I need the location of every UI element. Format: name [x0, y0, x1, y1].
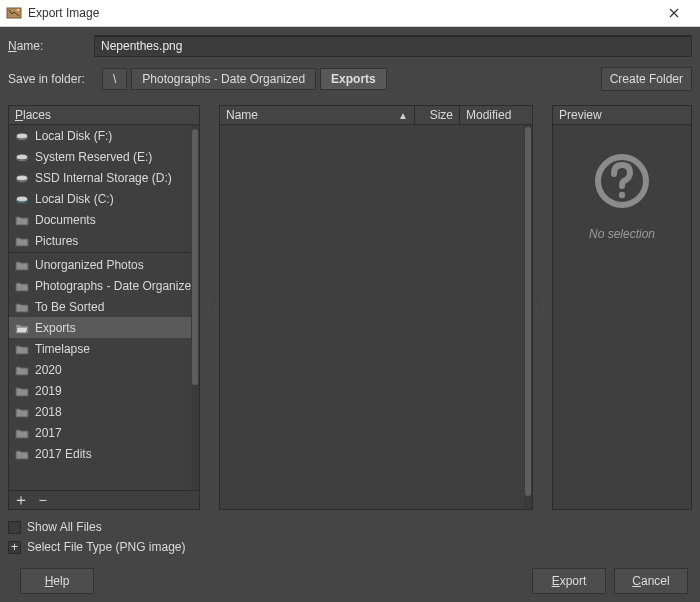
export-image-dialog: Export Image Name: Save in folder: \ Pho… — [0, 0, 700, 602]
breadcrumb: \ Photographs - Date Organized Exports — [102, 68, 387, 90]
breadcrumb-segment-current[interactable]: Exports — [320, 68, 387, 90]
dialog-body: Name: Save in folder: \ Photographs - Da… — [0, 27, 700, 602]
places-footer: ＋ － — [9, 490, 199, 509]
name-label: Name: — [8, 39, 94, 53]
places-item-label: System Reserved (E:) — [35, 150, 152, 164]
places-item[interactable]: 2017 Edits — [9, 443, 191, 464]
places-item-label: Documents — [35, 213, 96, 227]
places-panel: Places Local Disk (F:)System Reserved (E… — [8, 105, 200, 510]
expand-icon[interactable]: + — [8, 541, 21, 554]
dialog-button-row: Help Export Cancel — [8, 568, 692, 594]
pane-resize-handle[interactable] — [539, 105, 546, 510]
places-item-label: To Be Sorted — [35, 300, 104, 314]
places-item-label: Local Disk (C:) — [35, 192, 114, 206]
places-item[interactable]: Photographs - Date Organized — [9, 275, 191, 296]
disk-icon — [15, 150, 29, 164]
places-item-label: Photographs - Date Organized — [35, 279, 191, 293]
places-item[interactable]: Documents — [9, 209, 191, 230]
svg-point-1 — [17, 9, 20, 12]
places-item-label: SSD Internal Storage (D:) — [35, 171, 172, 185]
files-panel: Name ▲ Size Modified — [219, 105, 533, 510]
places-item-label: 2019 — [35, 384, 62, 398]
name-row: Name: — [8, 35, 692, 57]
files-header: Name ▲ Size Modified — [220, 106, 532, 125]
folder-icon — [15, 300, 29, 314]
places-item-label: Pictures — [35, 234, 78, 248]
create-folder-button[interactable]: Create Folder — [601, 67, 692, 91]
folder-open-icon — [15, 321, 29, 335]
svg-point-11 — [619, 192, 625, 198]
places-item[interactable]: System Reserved (E:) — [9, 146, 191, 167]
breadcrumb-root[interactable]: \ — [102, 68, 127, 90]
column-header-name[interactable]: Name ▲ — [220, 106, 415, 124]
folder-icon — [15, 213, 29, 227]
places-item[interactable]: 2020 — [9, 359, 191, 380]
close-button[interactable] — [654, 0, 694, 26]
places-scrollbar[interactable] — [191, 125, 199, 490]
svg-point-5 — [16, 154, 28, 160]
places-item-label: Unorganized Photos — [35, 258, 144, 272]
places-list: Local Disk (F:)System Reserved (E:)SSD I… — [9, 125, 199, 490]
folder-icon — [15, 405, 29, 419]
places-item-label: Exports — [35, 321, 76, 335]
select-file-type-row[interactable]: + Select File Type (PNG image) — [8, 540, 692, 554]
sort-asc-icon: ▲ — [398, 110, 408, 121]
file-options: Show All Files + Select File Type (PNG i… — [8, 520, 692, 554]
column-header-modified[interactable]: Modified — [460, 106, 532, 124]
folder-icon — [15, 384, 29, 398]
app-icon — [6, 5, 22, 21]
places-item-label: 2020 — [35, 363, 62, 377]
title-bar: Export Image — [0, 0, 700, 27]
preview-body: No selection — [553, 125, 691, 509]
svg-point-3 — [16, 133, 28, 139]
question-mark-icon — [594, 153, 650, 209]
close-icon — [669, 8, 679, 18]
save-in-folder-row: Save in folder: \ Photographs - Date Org… — [8, 67, 692, 91]
preview-panel: Preview No selection — [552, 105, 692, 510]
places-item[interactable]: 2018 — [9, 401, 191, 422]
remove-bookmark-button[interactable]: － — [35, 492, 51, 508]
folder-icon — [15, 426, 29, 440]
save-in-folder-label: Save in folder: — [8, 72, 102, 86]
preview-empty-text: No selection — [589, 227, 655, 241]
places-item-label: 2017 Edits — [35, 447, 92, 461]
places-item-label: 2018 — [35, 405, 62, 419]
svg-point-7 — [16, 175, 28, 181]
cancel-button[interactable]: Cancel — [614, 568, 688, 594]
folder-icon — [15, 234, 29, 248]
places-item-label: 2017 — [35, 426, 62, 440]
files-scrollbar[interactable] — [524, 125, 532, 509]
disk-c-icon — [15, 192, 29, 206]
places-item[interactable]: 2019 — [9, 380, 191, 401]
export-button[interactable]: Export — [532, 568, 606, 594]
places-item[interactable]: Timelapse — [9, 338, 191, 359]
places-item[interactable]: Local Disk (F:) — [9, 125, 191, 146]
places-header: Places — [9, 106, 199, 125]
select-file-type-label: Select File Type (PNG image) — [27, 540, 186, 554]
files-list[interactable] — [220, 125, 532, 509]
places-item[interactable]: Unorganized Photos — [9, 254, 191, 275]
disk-icon — [15, 171, 29, 185]
help-button[interactable]: Help — [20, 568, 94, 594]
show-all-files-row[interactable]: Show All Files — [8, 520, 692, 534]
main-area: Places Local Disk (F:)System Reserved (E… — [8, 105, 692, 510]
places-item[interactable]: To Be Sorted — [9, 296, 191, 317]
add-bookmark-button[interactable]: ＋ — [13, 492, 29, 508]
places-item[interactable]: Exports — [9, 317, 191, 338]
places-item[interactable]: 2017 — [9, 422, 191, 443]
pane-resize-handle[interactable] — [206, 105, 213, 510]
folder-icon — [15, 279, 29, 293]
svg-point-9 — [16, 196, 28, 202]
show-all-files-label: Show All Files — [27, 520, 102, 534]
places-item-label: Timelapse — [35, 342, 90, 356]
breadcrumb-segment[interactable]: Photographs - Date Organized — [131, 68, 316, 90]
places-item[interactable]: SSD Internal Storage (D:) — [9, 167, 191, 188]
show-all-files-checkbox[interactable] — [8, 521, 21, 534]
places-item-label: Local Disk (F:) — [35, 129, 112, 143]
column-header-size[interactable]: Size — [415, 106, 460, 124]
places-item[interactable]: Local Disk (C:) — [9, 188, 191, 209]
places-item[interactable]: Pictures — [9, 230, 191, 251]
disk-icon — [15, 129, 29, 143]
preview-header: Preview — [553, 106, 691, 125]
filename-input[interactable] — [94, 35, 692, 57]
